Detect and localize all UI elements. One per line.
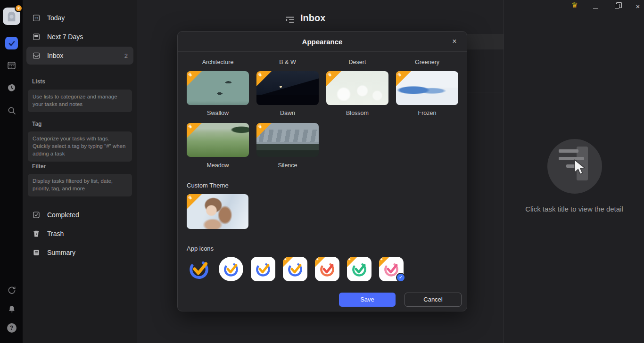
rail-item-tasks[interactable] [5, 37, 18, 49]
premium-crown-badge: ♛ [283, 257, 293, 267]
focus-clock-icon [7, 83, 17, 93]
icon-rail: ♛ ? [0, 0, 23, 343]
tag-hint-card: Categorize your tasks with tags. Quickly… [28, 131, 132, 162]
sidebar-item-label: Trash [47, 230, 128, 237]
app-icon-option-7-selected[interactable]: ♛ ✓ [379, 257, 404, 281]
rail-item-help[interactable]: ? [5, 321, 18, 334]
premium-crown-badge: ♛ [187, 123, 202, 138]
premium-crown-badge: ♛ [256, 71, 272, 86]
task-detail-panel: Click task title to view the detail [504, 0, 644, 343]
sidebar-item-label: Next 7 Days [47, 33, 128, 41]
premium-crown-badge: ♛ [396, 71, 411, 86]
sidebar-item-label: Inbox [47, 52, 124, 59]
app-icons-title: App icons [187, 245, 214, 252]
avatar-premium-badge: ♛ [15, 4, 23, 12]
rail-item-calendar[interactable] [5, 59, 18, 72]
sidebar-item-label: Completed [47, 211, 128, 219]
selected-check-badge: ✓ [396, 273, 405, 282]
completed-checkbox-icon [32, 211, 41, 219]
theme-label-architecture[interactable]: Architecture [187, 59, 249, 65]
theme-label-greenery[interactable]: Greenery [396, 59, 458, 65]
sync-icon [7, 286, 17, 295]
sidebar-item-inbox[interactable]: Inbox 2 [26, 47, 133, 65]
theme-label: Swallow [187, 110, 249, 116]
svg-text:23: 23 [34, 16, 38, 20]
empty-state-text: Click task title to view the detail [504, 205, 644, 213]
minimize-button[interactable] [588, 2, 603, 11]
custom-theme-thumbnail[interactable]: ♛ [187, 194, 248, 229]
premium-crown-badge: ♛ [187, 194, 202, 209]
dialog-close-icon[interactable]: × [449, 36, 460, 47]
search-icon [7, 106, 17, 115]
sidebar: 23 Today Next 7 Days Inbox 2 Lists Use l… [23, 0, 137, 343]
theme-label: Silence [256, 162, 319, 169]
sidebar-toggle-icon[interactable] [285, 15, 295, 24]
app-icon-option-1[interactable] [187, 257, 211, 281]
rail-item-search[interactable] [5, 104, 18, 117]
premium-crown-icon[interactable]: ♛ [568, 1, 582, 10]
sidebar-item-summary[interactable]: Summary [26, 244, 133, 261]
app-icon-option-5[interactable]: ♛ [315, 257, 339, 281]
question-mark-icon: ? [7, 323, 17, 333]
theme-label-desert[interactable]: Desert [326, 59, 388, 65]
bell-icon [7, 304, 17, 314]
lists-hint-card: Use lists to categorize and manage your … [28, 90, 132, 112]
user-silhouette-icon [5, 10, 18, 24]
premium-crown-badge: ♛ [187, 71, 202, 86]
trash-icon [32, 229, 41, 238]
theme-label: Meadow [187, 162, 249, 169]
calendar-today-icon: 23 [32, 14, 41, 22]
theme-thumbnail-frozen[interactable]: ♛ [396, 71, 458, 105]
minimize-icon [593, 8, 598, 9]
ticktick-logo-icon [255, 261, 272, 278]
ticktick-logo-icon [223, 261, 239, 278]
cancel-button[interactable]: Cancel [405, 293, 462, 307]
rail-item-sync[interactable] [5, 284, 18, 296]
avatar[interactable]: ♛ [3, 8, 20, 25]
sidebar-item-next7days[interactable]: Next 7 Days [26, 28, 133, 46]
empty-state-illustration [547, 139, 602, 194]
theme-label: Dawn [256, 110, 319, 116]
ticktick-logo-icon [188, 258, 210, 280]
sidebar-item-today[interactable]: 23 Today [26, 9, 133, 27]
premium-crown-badge: ♛ [326, 71, 341, 86]
app-icon-option-4[interactable]: ♛ [283, 257, 307, 281]
restore-button[interactable] [610, 2, 624, 11]
app-icon-option-6[interactable]: ♛ [347, 257, 372, 281]
theme-label: Frozen [396, 110, 458, 116]
save-button[interactable]: Save [339, 293, 396, 307]
app-icon-option-3[interactable] [251, 257, 275, 281]
premium-crown-badge: ♛ [379, 257, 389, 267]
theme-thumbnail-swallow[interactable]: ♛ [187, 71, 249, 105]
calendar-icon [7, 60, 17, 70]
custom-theme-title: Custom Theme [187, 182, 229, 189]
dialog-title: Appearance [178, 32, 467, 52]
check-icon [8, 40, 16, 47]
section-title-lists[interactable]: Lists [32, 78, 45, 85]
theme-thumbnail-dawn[interactable]: ♛ [256, 71, 319, 105]
sidebar-item-completed[interactable]: Completed [26, 206, 133, 224]
theme-thumbnail-blossom[interactable]: ♛ [326, 71, 388, 105]
rail-item-focus[interactable] [5, 82, 18, 94]
section-title-tag[interactable]: Tag [32, 121, 41, 127]
section-title-filter[interactable]: Filter [32, 163, 46, 170]
sidebar-item-label: Summary [47, 249, 128, 256]
inbox-icon [32, 51, 41, 60]
inbox-count-badge: 2 [124, 52, 128, 59]
premium-crown-badge: ♛ [315, 257, 325, 267]
app-icon-option-2[interactable] [219, 257, 243, 281]
theme-thumbnail-meadow[interactable]: ♛ [187, 123, 249, 157]
page-title: Inbox [300, 13, 325, 24]
sidebar-item-label: Today [47, 14, 128, 22]
theme-label: Blossom [326, 110, 388, 116]
close-window-button[interactable]: × [631, 2, 644, 12]
premium-crown-badge: ♛ [347, 257, 357, 267]
theme-thumbnail-silence[interactable]: ♛ [256, 123, 319, 157]
rail-item-notifications[interactable] [5, 302, 18, 315]
summary-doc-icon [32, 248, 41, 257]
sidebar-item-trash[interactable]: Trash [26, 225, 133, 243]
filter-hint-card: Display tasks filtered by list, date, pr… [28, 174, 132, 196]
cursor-arrow-icon [572, 159, 588, 177]
theme-label-bw[interactable]: B & W [256, 59, 319, 65]
restore-icon [615, 4, 619, 8]
